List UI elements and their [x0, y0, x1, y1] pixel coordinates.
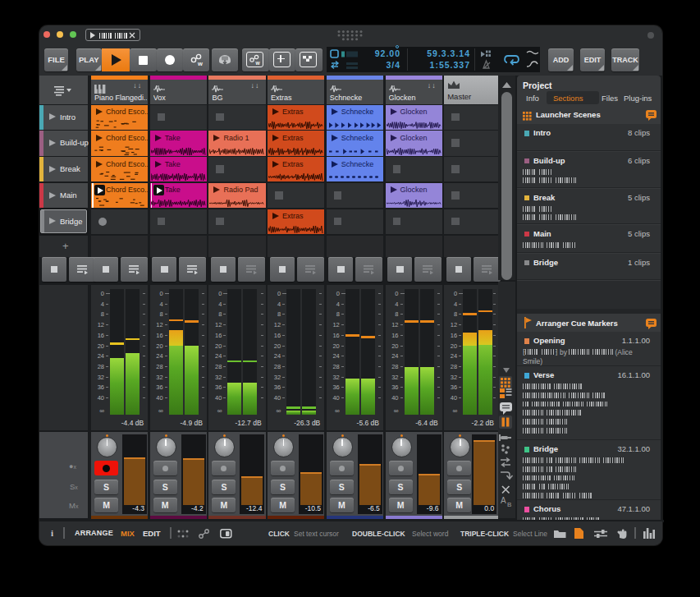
svg-text:w: w	[255, 59, 261, 65]
svg-text:B: B	[507, 501, 511, 507]
svg-text:w: w	[197, 60, 203, 67]
svg-text:A: A	[501, 496, 506, 505]
